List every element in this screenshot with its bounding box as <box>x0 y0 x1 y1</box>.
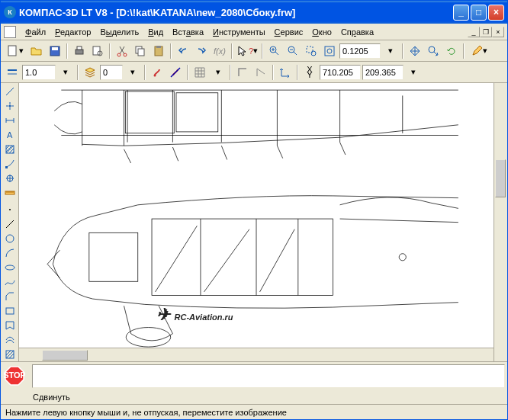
new-button[interactable]: ▾ <box>4 43 27 59</box>
menu-view[interactable]: Вид <box>143 26 168 38</box>
command-hint: Сдвинуть <box>33 393 70 402</box>
svg-rect-12 <box>156 46 161 48</box>
redo-button[interactable] <box>193 43 210 59</box>
menu-window[interactable]: Окно <box>307 26 336 38</box>
grid-button[interactable] <box>191 64 208 81</box>
geom-point-button[interactable] <box>2 99 18 113</box>
svg-rect-44 <box>89 232 138 281</box>
text-button[interactable]: A <box>2 128 18 142</box>
cut-button[interactable] <box>114 43 130 59</box>
menu-select[interactable]: Выделить <box>95 26 143 38</box>
linestyle-button[interactable] <box>4 64 21 81</box>
copy-button[interactable] <box>132 43 149 59</box>
svg-point-8 <box>124 53 127 56</box>
stop-button[interactable]: STOP <box>4 365 27 388</box>
zoom-input[interactable] <box>339 43 381 59</box>
measure-button[interactable] <box>2 186 18 200</box>
save-button[interactable] <box>47 43 63 59</box>
svg-line-32 <box>6 220 14 228</box>
menu-file[interactable]: Файл <box>21 26 50 38</box>
zoom-in-button[interactable] <box>266 43 283 59</box>
contour-tool-button[interactable] <box>2 319 18 332</box>
tool-palette: A <box>1 83 19 361</box>
h-scrollbar[interactable] <box>19 348 494 361</box>
command-input-area[interactable] <box>32 364 505 388</box>
lineweight-dropdown[interactable]: ▾ <box>57 64 74 81</box>
arc-tool-button[interactable] <box>2 246 18 260</box>
minimize-button[interactable]: _ <box>453 5 469 21</box>
svg-point-18 <box>327 49 332 53</box>
v-scrollbar[interactable] <box>494 83 507 361</box>
ellipse-tool-button[interactable] <box>2 261 18 274</box>
preview-button[interactable] <box>89 43 106 59</box>
offset-tool-button[interactable] <box>2 333 18 347</box>
edit-mode-button[interactable]: ▾ <box>468 43 490 59</box>
zoom-dropdown-button[interactable]: ▾ <box>382 43 399 59</box>
geom-line-button[interactable] <box>2 85 18 98</box>
open-button[interactable] <box>28 43 45 59</box>
line-tool-button[interactable] <box>2 217 18 231</box>
maximize-button[interactable]: □ <box>471 5 487 21</box>
menu-service[interactable]: Сервис <box>270 26 308 38</box>
svg-rect-39 <box>152 219 333 295</box>
layer-icon[interactable] <box>82 64 98 81</box>
coord-x-input[interactable] <box>320 65 361 80</box>
hatch-button[interactable] <box>2 143 18 156</box>
window-title: КОМПАС-3D LT V8 - [D:\!kat\KATANA\new_20… <box>19 7 453 18</box>
circle-tool-button[interactable] <box>2 232 18 245</box>
undo-button[interactable] <box>175 43 191 59</box>
spline-tool-button[interactable] <box>2 275 18 289</box>
dimension-button[interactable] <box>2 114 18 127</box>
menu-edit[interactable]: Редактор <box>50 26 95 38</box>
drawing-canvas[interactable]: ✈ RC-Aviation.ru <box>19 83 494 348</box>
svg-point-19 <box>429 46 435 53</box>
layer-input[interactable] <box>100 65 123 80</box>
workspace: A <box>1 83 507 361</box>
watermark: ✈ RC-Aviation.ru <box>156 305 233 325</box>
zoom-fit-button[interactable] <box>321 43 338 59</box>
hatch2-button[interactable] <box>2 348 18 361</box>
svg-rect-37 <box>125 91 174 133</box>
menu-tools[interactable]: Инструменты <box>208 26 270 38</box>
edit-nodes-button[interactable] <box>2 157 18 171</box>
lineweight-input[interactable] <box>22 65 56 80</box>
paste-button[interactable] <box>150 43 167 59</box>
snap-toggle-button[interactable] <box>149 64 166 81</box>
zoom-window-button[interactable] <box>303 43 320 59</box>
snap-off-button[interactable] <box>167 64 184 81</box>
polar-button[interactable] <box>252 64 269 81</box>
params-button[interactable] <box>2 172 18 185</box>
refresh-button[interactable] <box>443 43 460 59</box>
mdi-restore-button[interactable]: ❐ <box>480 27 492 37</box>
svg-rect-38 <box>176 93 218 132</box>
menu-help[interactable]: Справка <box>336 26 378 38</box>
mdi-close-button[interactable]: × <box>492 27 504 37</box>
zoom-prev-button[interactable] <box>425 43 442 59</box>
lcs-button[interactable] <box>277 64 294 81</box>
grid-dropdown[interactable]: ▾ <box>210 64 227 81</box>
svg-rect-0 <box>8 46 16 56</box>
svg-point-43 <box>399 254 406 261</box>
mdi-minimize-button[interactable]: _ <box>468 27 480 37</box>
menu-insert[interactable]: Вставка <box>168 26 208 38</box>
menubar: Файл Редактор Выделить Вид Вставка Инстр… <box>1 24 507 40</box>
titlebar: К КОМПАС-3D LT V8 - [D:\!kat\KATANA\new_… <box>1 1 507 24</box>
toolbar-main: ▾ f(x) ?▾ ▾ ▾ <box>1 40 507 62</box>
chamfer-button[interactable] <box>2 290 18 303</box>
layer-dropdown[interactable]: ▾ <box>124 64 141 81</box>
fx-button[interactable]: f(x) <box>211 43 228 59</box>
svg-point-31 <box>9 209 11 210</box>
ortho-button[interactable] <box>234 64 251 81</box>
status-text: Нажмите левую кнопку мыши и, не отпуская… <box>5 408 287 417</box>
coord-dropdown[interactable]: ▾ <box>405 64 422 81</box>
close-button[interactable]: × <box>488 5 504 21</box>
print-button[interactable] <box>71 43 88 59</box>
zoom-out-button[interactable] <box>285 43 301 59</box>
svg-point-16 <box>311 51 316 56</box>
svg-text:A: A <box>7 130 13 139</box>
rect-tool-button[interactable] <box>2 304 18 318</box>
cursor-button[interactable]: ?▾ <box>236 43 259 59</box>
coord-y-input[interactable] <box>362 65 404 80</box>
pan-button[interactable] <box>407 43 423 59</box>
point-tool-button[interactable] <box>2 203 18 216</box>
